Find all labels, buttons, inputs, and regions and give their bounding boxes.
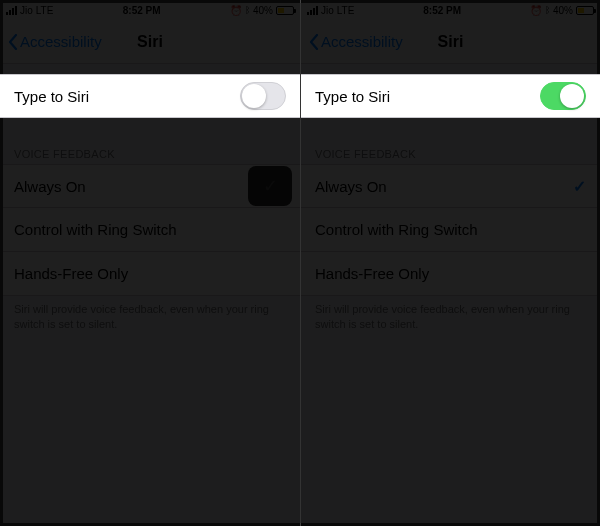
voice-feedback-footer: Siri will provide voice feedback, even w… [0, 296, 300, 339]
status-time: 8:52 PM [423, 5, 461, 16]
type-to-siri-row[interactable]: Type to Siri [301, 74, 600, 118]
voice-feedback-footer: Siri will provide voice feedback, even w… [301, 296, 600, 339]
content-area: Type to Siri VOICE FEEDBACK Always On ✓ … [301, 64, 600, 526]
battery-icon [276, 6, 294, 15]
option-label: Always On [315, 178, 387, 195]
voice-feedback-header: VOICE FEEDBACK [0, 142, 300, 164]
signal-icon [6, 6, 17, 15]
option-label: Hands-Free Only [14, 265, 128, 282]
back-label: Accessibility [321, 33, 403, 50]
right-pane: Jio LTE 8:52 PM ⏰ ᛒ 40% Accessibility Si… [300, 0, 600, 526]
option-label: Control with Ring Switch [14, 221, 177, 238]
back-button[interactable]: Accessibility [8, 33, 102, 50]
checkmark-icon: ✓ [573, 177, 586, 196]
bluetooth-icon: ᛒ [245, 5, 250, 15]
type-to-siri-row[interactable]: Type to Siri [0, 74, 300, 118]
voice-option-hands-free[interactable]: Hands-Free Only [301, 252, 600, 296]
voice-option-always-on[interactable]: Always On ✓ [301, 164, 600, 208]
voice-feedback-header: VOICE FEEDBACK [301, 142, 600, 164]
type-to-siri-toggle[interactable] [240, 82, 286, 110]
battery-icon [576, 6, 594, 15]
battery-pct: 40% [253, 5, 273, 16]
voice-option-always-on[interactable]: Always On ✓ [0, 164, 300, 208]
page-title: Siri [137, 33, 163, 51]
status-bar: Jio LTE 8:52 PM ⏰ ᛒ 40% [0, 0, 300, 20]
carrier-label: Jio [20, 5, 33, 16]
option-label: Hands-Free Only [315, 265, 429, 282]
voice-option-hands-free[interactable]: Hands-Free Only [0, 252, 300, 296]
status-time: 8:52 PM [123, 5, 161, 16]
left-pane: Jio LTE 8:52 PM ⏰ ᛒ 40% Accessibility Si… [0, 0, 300, 526]
back-label: Accessibility [20, 33, 102, 50]
status-bar: Jio LTE 8:52 PM ⏰ ᛒ 40% [301, 0, 600, 20]
chevron-left-icon [8, 34, 18, 50]
option-label: Control with Ring Switch [315, 221, 478, 238]
voice-option-ring-switch[interactable]: Control with Ring Switch [0, 208, 300, 252]
page-title: Siri [438, 33, 464, 51]
nav-bar: Accessibility Siri [301, 20, 600, 64]
alarm-icon: ⏰ [530, 5, 542, 16]
battery-pct: 40% [553, 5, 573, 16]
network-label: LTE [337, 5, 355, 16]
option-label: Always On [14, 178, 86, 195]
type-to-siri-label: Type to Siri [14, 88, 89, 105]
type-to-siri-label: Type to Siri [315, 88, 390, 105]
carrier-label: Jio [321, 5, 334, 16]
chevron-left-icon [309, 34, 319, 50]
bluetooth-icon: ᛒ [545, 5, 550, 15]
content-area: Type to Siri VOICE FEEDBACK Always On ✓ … [0, 64, 300, 526]
network-label: LTE [36, 5, 54, 16]
back-button[interactable]: Accessibility [309, 33, 403, 50]
signal-icon [307, 6, 318, 15]
type-to-siri-toggle[interactable] [540, 82, 586, 110]
nav-bar: Accessibility Siri [0, 20, 300, 64]
voice-option-ring-switch[interactable]: Control with Ring Switch [301, 208, 600, 252]
alarm-icon: ⏰ [230, 5, 242, 16]
checkmark-highlight-box: ✓ [248, 166, 292, 206]
